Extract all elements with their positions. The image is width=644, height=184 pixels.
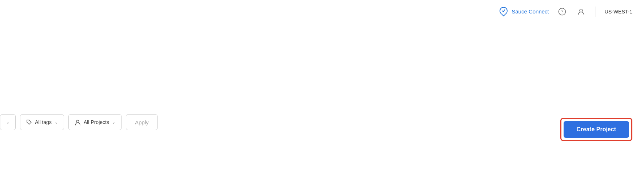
user-profile-button[interactable] (575, 6, 587, 17)
nav-divider (596, 7, 596, 17)
status-dropdown[interactable]: ⌄ (0, 114, 16, 130)
projects-dropdown[interactable]: All Projects ⌄ (68, 114, 122, 130)
filter-bar: ⌄ All tags ⌄ All Projects ⌄ Apply (0, 114, 158, 130)
help-icon: ? (558, 8, 566, 16)
tags-chevron-icon: ⌄ (55, 120, 58, 125)
svg-point-4 (76, 120, 79, 123)
svg-point-2 (580, 9, 583, 12)
projects-dropdown-label: All Projects (84, 119, 109, 125)
status-chevron-icon: ⌄ (6, 120, 9, 125)
apply-button[interactable]: Apply (126, 114, 158, 130)
sauce-connect-icon (498, 7, 509, 17)
tags-dropdown[interactable]: All tags ⌄ (20, 114, 64, 130)
projects-user-icon (75, 119, 81, 125)
sauce-connect-button[interactable]: Sauce Connect (498, 7, 549, 17)
tag-icon (26, 119, 32, 125)
help-button[interactable]: ? (556, 6, 568, 17)
create-project-label: Create Project (577, 126, 616, 132)
projects-chevron-icon: ⌄ (112, 120, 115, 125)
svg-point-3 (28, 121, 28, 121)
top-navigation: Sauce Connect ? US-WEST-1 (0, 0, 644, 23)
user-icon (577, 8, 585, 16)
tags-dropdown-label: All tags (35, 119, 52, 125)
apply-label: Apply (135, 119, 149, 125)
create-project-highlight: Create Project (560, 118, 633, 141)
create-project-button[interactable]: Create Project (564, 121, 629, 138)
region-label: US-WEST-1 (605, 9, 632, 15)
sauce-connect-label: Sauce Connect (512, 8, 549, 15)
main-content: ⌄ All tags ⌄ All Projects ⌄ Apply (0, 23, 644, 184)
svg-text:?: ? (561, 9, 563, 15)
